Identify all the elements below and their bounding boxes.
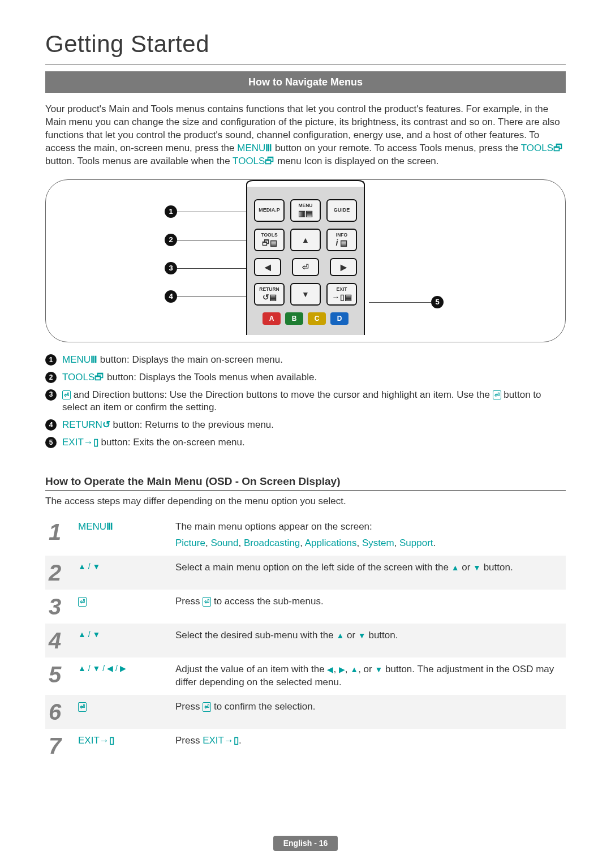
menu-label: MENU (298, 203, 312, 208)
callout-2-text: TOOLS🗗 button: Displays the Tools menus … (62, 371, 566, 384)
enter-icon: ⏎ (78, 597, 87, 607)
down-icon: ▼ (473, 563, 481, 572)
return-icon: ↺▤ (263, 293, 277, 301)
down-icon: ▼ (302, 290, 309, 298)
down-button: ▼ (290, 283, 321, 306)
up-icon: ▲ (302, 236, 309, 244)
tools-icon: 🗗 (94, 371, 104, 384)
step-desc-pre: Press (175, 701, 203, 712)
exit-label: EXIT (337, 287, 347, 292)
enter-icon: ⏎ (203, 597, 211, 607)
step-number: 1 (45, 515, 75, 556)
enter-icon: ⏎ (302, 263, 309, 271)
menu-button: MENU ▥▤ (290, 199, 321, 222)
down-icon: ▼ (358, 631, 366, 640)
callout-badge-2: 2 (165, 234, 177, 246)
badge-1: 1 (45, 354, 57, 366)
step-number: 3 (45, 590, 75, 624)
step-number: 2 (45, 556, 75, 590)
step-desc: Press ⏎ to access the sub-menus. (172, 590, 566, 624)
callout-text: and Direction buttons: Use the Direction… (74, 389, 493, 400)
enter-button: ⏎ (292, 258, 319, 276)
tools-button: TOOLS 🗗▤ (254, 229, 285, 251)
mediap-button: MEDIA.P (254, 199, 285, 222)
enter-icon: ⏎ (62, 390, 71, 400)
color-b-button: B (285, 312, 303, 325)
exit-keyword: EXIT (203, 735, 224, 746)
remote-top-edge (246, 180, 365, 187)
step-desc-line: The main menu options appear on the scre… (175, 521, 562, 534)
menu-option: Applications (305, 538, 357, 548)
osd-rule (45, 490, 566, 491)
step-key: ▲ / ▼ (75, 624, 172, 658)
return-button: RETURN ↺▤ (254, 283, 285, 306)
menu-icon: Ⅲ (106, 521, 113, 534)
color-a-button: A (263, 312, 281, 325)
info-button: INFO i ▤ (326, 229, 357, 251)
osd-steps-table: 1 MENUⅢ The main menu options appear on … (45, 515, 566, 763)
down-icon: ▼ (375, 665, 382, 674)
badge-3: 3 (45, 389, 57, 401)
step-desc: Press EXIT→▯. (172, 729, 566, 763)
title-rule (45, 64, 566, 65)
osd-heading: How to Operate the Main Menu (OSD - On S… (45, 474, 566, 489)
tools-icon: 🗗 (265, 155, 274, 168)
step-key: MENUⅢ (75, 515, 172, 556)
step-key: ⏎ (75, 695, 172, 729)
badge-2: 2 (45, 372, 57, 383)
menu-option: Support (399, 538, 433, 548)
left-icon: ◀ (327, 665, 333, 674)
callout-badge-1: 1 (165, 205, 177, 218)
step-key: ⏎ (75, 590, 172, 624)
intro-text: button on your remote. To access Tools m… (275, 143, 521, 153)
intro-paragraph: Your product's Main and Tools menus cont… (45, 103, 566, 168)
exit-button: EXIT →▯▤ (326, 283, 357, 306)
menu-icon: Ⅲ (91, 354, 97, 367)
section-banner: How to Navigate Menus (45, 71, 566, 93)
step-desc: Select a main menu option on the left si… (172, 556, 566, 590)
callout-badge-3: 3 (165, 262, 177, 274)
callout-1-text: MENUⅢ button: Displays the main on-scree… (62, 354, 566, 367)
color-d-button: D (330, 312, 348, 325)
color-c-button: C (308, 312, 326, 325)
callout-text: button: Displays the Tools menus when av… (107, 372, 317, 383)
leader-line (177, 240, 251, 240)
color-buttons-row: A B C D (254, 312, 357, 325)
step-desc: Press ⏎ to confirm the selection. (172, 695, 566, 729)
page-footer: English - 16 (0, 836, 611, 851)
right-icon: ▶ (341, 263, 347, 271)
step-desc: Adjust the value of an item with the ◀, … (172, 658, 566, 695)
leader-line (177, 268, 251, 269)
guide-label: GUIDE (334, 208, 350, 213)
callout-text: button: Displays the main on-screen menu… (100, 354, 283, 365)
mediap-label: MEDIA.P (259, 208, 280, 213)
step-desc-post: to confirm the selection. (214, 701, 316, 712)
return-keyword: RETURN (62, 419, 102, 430)
leader-line (177, 212, 251, 212)
up-button: ▲ (290, 229, 321, 251)
remote-body: MEDIA.P MENU ▥▤ GUIDE TOOLS 🗗▤ ▲ INFO i … (246, 187, 365, 335)
callout-3-text: ⏎ and Direction buttons: Use the Directi… (62, 389, 566, 415)
right-icon: ▶ (339, 665, 345, 674)
step-key: EXIT→▯ (75, 729, 172, 763)
page-title: Getting Started (45, 28, 566, 61)
info-label: INFO (336, 233, 347, 238)
exit-icon: →▯ (100, 734, 114, 747)
callout-text: button: Exits the on-screen menu. (101, 437, 245, 448)
step-number: 4 (45, 624, 75, 658)
tools-label: TOOLS (261, 233, 277, 238)
info-icon: i ▤ (336, 239, 348, 247)
exit-icon: →▯ (224, 734, 239, 747)
menu-icon: ▥▤ (298, 209, 313, 217)
menu-option: Sound (210, 538, 238, 548)
guide-button: GUIDE (326, 199, 357, 222)
badge-4: 4 (45, 419, 57, 431)
menu-option: Broadcasting (244, 538, 300, 548)
step-desc-post: to access the sub-menus. (214, 596, 324, 607)
callout-list: 1 MENUⅢ button: Displays the main on-scr… (45, 354, 566, 450)
step-key: ▲ / ▼ / ◀ / ▶ (75, 658, 172, 695)
tools-icon: 🗗 (553, 142, 563, 155)
callout-4-text: RETURN↺ button: Returns to the previous … (62, 419, 566, 432)
step-number: 6 (45, 695, 75, 729)
step-key: ▲ / ▼ (75, 556, 172, 590)
